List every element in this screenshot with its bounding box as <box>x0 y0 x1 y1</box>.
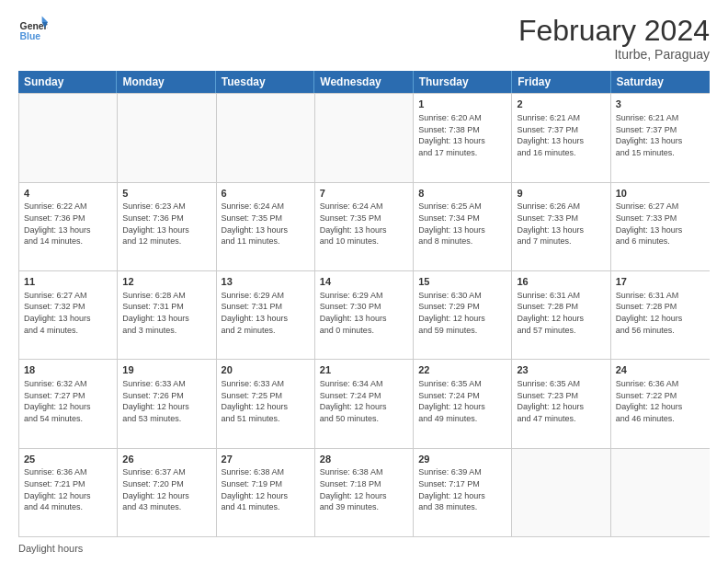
calendar-cell <box>611 449 710 536</box>
day-number: 17 <box>616 275 705 289</box>
day-number: 18 <box>24 363 112 377</box>
day-of-week-header: Sunday <box>18 71 117 93</box>
day-number: 20 <box>222 363 310 377</box>
calendar-cell: 4Sunrise: 6:22 AM Sunset: 7:36 PM Daylig… <box>19 183 118 270</box>
day-number: 10 <box>616 187 705 201</box>
day-info: Sunrise: 6:29 AM Sunset: 7:30 PM Dayligh… <box>320 290 408 336</box>
calendar: SundayMondayTuesdayWednesdayThursdayFrid… <box>18 71 710 537</box>
subtitle: Iturbe, Paraguay <box>518 47 710 62</box>
calendar-cell: 22Sunrise: 6:35 AM Sunset: 7:24 PM Dayli… <box>414 360 512 447</box>
month-title: February 2024 <box>518 15 710 47</box>
logo: General Blue <box>18 15 51 44</box>
calendar-cell: 1Sunrise: 6:20 AM Sunset: 7:38 PM Daylig… <box>414 94 512 181</box>
day-of-week-header: Tuesday <box>216 71 314 93</box>
calendar-cell: 28Sunrise: 6:38 AM Sunset: 7:18 PM Dayli… <box>315 449 414 536</box>
day-info: Sunrise: 6:27 AM Sunset: 7:33 PM Dayligh… <box>616 201 705 247</box>
calendar-cell: 25Sunrise: 6:36 AM Sunset: 7:21 PM Dayli… <box>19 449 118 536</box>
day-info: Sunrise: 6:24 AM Sunset: 7:35 PM Dayligh… <box>320 201 408 247</box>
day-info: Sunrise: 6:28 AM Sunset: 7:31 PM Dayligh… <box>122 290 210 336</box>
day-number: 15 <box>418 275 506 289</box>
day-number: 23 <box>517 363 605 377</box>
day-info: Sunrise: 6:36 AM Sunset: 7:22 PM Dayligh… <box>616 378 705 424</box>
day-info: Sunrise: 6:34 AM Sunset: 7:24 PM Dayligh… <box>320 378 408 424</box>
calendar-cell: 27Sunrise: 6:38 AM Sunset: 7:19 PM Dayli… <box>217 449 315 536</box>
calendar-cell: 10Sunrise: 6:27 AM Sunset: 7:33 PM Dayli… <box>611 183 710 270</box>
calendar-cell: 2Sunrise: 6:21 AM Sunset: 7:37 PM Daylig… <box>512 94 610 181</box>
day-number: 2 <box>517 98 605 111</box>
day-number: 8 <box>418 187 506 201</box>
day-info: Sunrise: 6:26 AM Sunset: 7:33 PM Dayligh… <box>517 201 605 247</box>
day-number: 1 <box>418 98 506 111</box>
calendar-cell <box>217 94 315 181</box>
calendar-cell <box>118 94 216 181</box>
day-info: Sunrise: 6:31 AM Sunset: 7:28 PM Dayligh… <box>517 290 605 336</box>
calendar-cell: 23Sunrise: 6:35 AM Sunset: 7:23 PM Dayli… <box>512 360 610 447</box>
day-of-week-header: Friday <box>512 71 610 93</box>
calendar-cell <box>315 94 414 181</box>
calendar-cell: 24Sunrise: 6:36 AM Sunset: 7:22 PM Dayli… <box>611 360 710 447</box>
calendar-cell: 6Sunrise: 6:24 AM Sunset: 7:35 PM Daylig… <box>217 183 315 270</box>
day-info: Sunrise: 6:29 AM Sunset: 7:31 PM Dayligh… <box>222 290 310 336</box>
calendar-cell: 18Sunrise: 6:32 AM Sunset: 7:27 PM Dayli… <box>19 360 118 447</box>
calendar-cell: 15Sunrise: 6:30 AM Sunset: 7:29 PM Dayli… <box>414 271 512 359</box>
day-info: Sunrise: 6:35 AM Sunset: 7:23 PM Dayligh… <box>517 378 605 424</box>
day-info: Sunrise: 6:25 AM Sunset: 7:34 PM Dayligh… <box>418 201 506 247</box>
day-info: Sunrise: 6:35 AM Sunset: 7:24 PM Dayligh… <box>418 378 506 424</box>
day-number: 22 <box>418 363 506 377</box>
calendar-header: SundayMondayTuesdayWednesdayThursdayFrid… <box>18 71 710 93</box>
day-number: 16 <box>517 275 605 289</box>
calendar-cell <box>19 94 118 181</box>
day-info: Sunrise: 6:22 AM Sunset: 7:36 PM Dayligh… <box>24 201 112 247</box>
day-info: Sunrise: 6:39 AM Sunset: 7:17 PM Dayligh… <box>418 466 506 512</box>
day-number: 3 <box>616 98 705 111</box>
title-block: February 2024 Iturbe, Paraguay <box>518 15 710 62</box>
calendar-cell: 13Sunrise: 6:29 AM Sunset: 7:31 PM Dayli… <box>217 271 315 359</box>
day-of-week-header: Saturday <box>611 71 710 93</box>
calendar-cell: 7Sunrise: 6:24 AM Sunset: 7:35 PM Daylig… <box>315 183 414 270</box>
logo-icon: General Blue <box>18 15 48 44</box>
day-info: Sunrise: 6:21 AM Sunset: 7:37 PM Dayligh… <box>517 112 605 158</box>
calendar-row: 1Sunrise: 6:20 AM Sunset: 7:38 PM Daylig… <box>19 93 710 181</box>
calendar-cell: 5Sunrise: 6:23 AM Sunset: 7:36 PM Daylig… <box>118 183 216 270</box>
day-number: 7 <box>320 187 408 201</box>
calendar-cell: 12Sunrise: 6:28 AM Sunset: 7:31 PM Dayli… <box>118 271 216 359</box>
day-of-week-header: Wednesday <box>314 71 413 93</box>
day-info: Sunrise: 6:23 AM Sunset: 7:36 PM Dayligh… <box>122 201 210 247</box>
calendar-row: 25Sunrise: 6:36 AM Sunset: 7:21 PM Dayli… <box>19 448 710 536</box>
day-number: 9 <box>517 187 605 201</box>
day-info: Sunrise: 6:38 AM Sunset: 7:18 PM Dayligh… <box>320 466 408 512</box>
day-info: Sunrise: 6:27 AM Sunset: 7:32 PM Dayligh… <box>24 290 112 336</box>
day-number: 13 <box>222 275 310 289</box>
calendar-body: 1Sunrise: 6:20 AM Sunset: 7:38 PM Daylig… <box>18 93 710 537</box>
day-info: Sunrise: 6:31 AM Sunset: 7:28 PM Dayligh… <box>616 290 705 336</box>
day-number: 28 <box>320 453 408 466</box>
day-number: 12 <box>122 275 210 289</box>
day-number: 27 <box>222 453 310 466</box>
day-number: 11 <box>24 275 112 289</box>
day-number: 6 <box>222 187 310 201</box>
calendar-cell: 26Sunrise: 6:37 AM Sunset: 7:20 PM Dayli… <box>118 449 216 536</box>
day-number: 29 <box>418 453 506 466</box>
day-of-week-header: Monday <box>117 71 215 93</box>
calendar-cell: 8Sunrise: 6:25 AM Sunset: 7:34 PM Daylig… <box>414 183 512 270</box>
calendar-row: 11Sunrise: 6:27 AM Sunset: 7:32 PM Dayli… <box>19 270 710 359</box>
day-number: 24 <box>616 363 705 377</box>
svg-text:Blue: Blue <box>20 31 41 41</box>
day-info: Sunrise: 6:32 AM Sunset: 7:27 PM Dayligh… <box>24 378 112 424</box>
calendar-cell: 11Sunrise: 6:27 AM Sunset: 7:32 PM Dayli… <box>19 271 118 359</box>
svg-marker-2 <box>42 17 48 22</box>
calendar-row: 18Sunrise: 6:32 AM Sunset: 7:27 PM Dayli… <box>19 359 710 447</box>
calendar-cell: 9Sunrise: 6:26 AM Sunset: 7:33 PM Daylig… <box>512 183 610 270</box>
day-info: Sunrise: 6:38 AM Sunset: 7:19 PM Dayligh… <box>222 466 310 512</box>
calendar-cell: 16Sunrise: 6:31 AM Sunset: 7:28 PM Dayli… <box>512 271 610 359</box>
day-info: Sunrise: 6:21 AM Sunset: 7:37 PM Dayligh… <box>616 112 705 158</box>
day-info: Sunrise: 6:24 AM Sunset: 7:35 PM Dayligh… <box>222 201 310 247</box>
calendar-row: 4Sunrise: 6:22 AM Sunset: 7:36 PM Daylig… <box>19 182 710 270</box>
day-info: Sunrise: 6:37 AM Sunset: 7:20 PM Dayligh… <box>122 466 210 512</box>
calendar-cell: 14Sunrise: 6:29 AM Sunset: 7:30 PM Dayli… <box>315 271 414 359</box>
day-number: 14 <box>320 275 408 289</box>
calendar-cell: 29Sunrise: 6:39 AM Sunset: 7:17 PM Dayli… <box>414 449 512 536</box>
day-number: 26 <box>122 453 210 466</box>
day-number: 4 <box>24 187 112 201</box>
calendar-cell: 3Sunrise: 6:21 AM Sunset: 7:37 PM Daylig… <box>611 94 710 181</box>
